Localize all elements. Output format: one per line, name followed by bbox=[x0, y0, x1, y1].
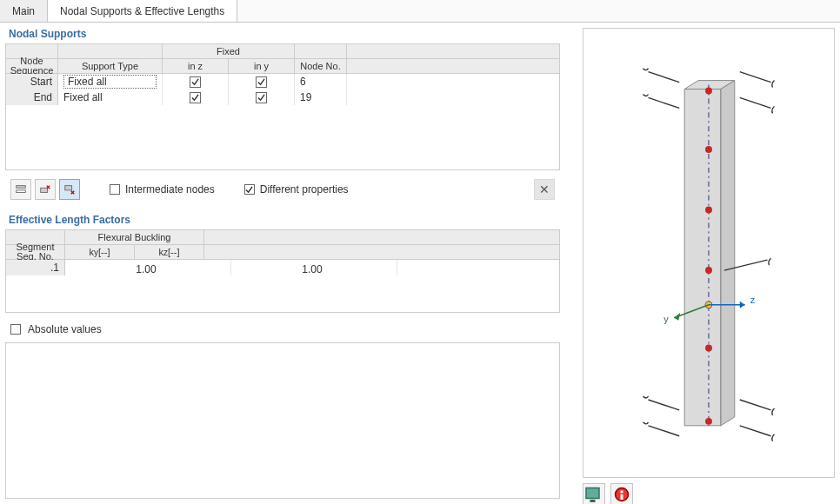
cell-node-no[interactable]: 19 bbox=[295, 90, 347, 105]
model-viewer[interactable]: z y bbox=[583, 28, 835, 478]
svg-rect-5 bbox=[65, 186, 72, 190]
col-spacer bbox=[347, 44, 559, 58]
intermediate-nodes-label: Intermediate nodes bbox=[125, 183, 215, 196]
viewer-toolbar bbox=[583, 478, 835, 504]
cell-in-y[interactable] bbox=[229, 74, 295, 90]
col-spacer3 bbox=[204, 230, 559, 244]
delete-row-up-button[interactable] bbox=[35, 179, 56, 200]
close-icon: ✕ bbox=[539, 182, 550, 196]
svg-point-12 bbox=[705, 88, 712, 95]
close-button[interactable]: ✕ bbox=[534, 179, 555, 200]
axis-y-label: y bbox=[663, 314, 669, 324]
svg-marker-20 bbox=[740, 302, 745, 308]
svg-point-15 bbox=[705, 267, 712, 274]
cell-in-z[interactable] bbox=[163, 74, 229, 90]
table-row[interactable]: .1 1.00 1.00 bbox=[6, 260, 559, 275]
absolute-values-option[interactable]: Absolute values bbox=[0, 318, 565, 342]
section-title-nodal-supports: Nodal Supports bbox=[0, 23, 565, 43]
row-seg: .1 bbox=[6, 260, 65, 275]
row-seq: Start bbox=[6, 74, 58, 90]
effective-lengths-grid: Flexural Buckling Segment Seq. No. ky [-… bbox=[5, 229, 560, 313]
table-row[interactable]: Start Fixed all 6 bbox=[6, 74, 559, 90]
svg-rect-1 bbox=[17, 190, 26, 193]
svg-rect-0 bbox=[17, 186, 26, 189]
svg-rect-27 bbox=[621, 494, 623, 500]
col-spacer2 bbox=[347, 59, 559, 73]
col-node-no: Node No. bbox=[295, 59, 347, 73]
cell-in-z[interactable] bbox=[163, 90, 229, 105]
svg-rect-23 bbox=[586, 488, 599, 499]
col-segment: Segment Seq. No. bbox=[6, 245, 65, 259]
insert-row-button[interactable] bbox=[10, 179, 31, 200]
svg-rect-2 bbox=[41, 188, 48, 192]
delete-row-down-button[interactable] bbox=[59, 179, 80, 200]
col-in-z: in z bbox=[163, 59, 229, 73]
col-in-y: in y bbox=[229, 59, 295, 73]
svg-marker-9 bbox=[684, 90, 721, 426]
absolute-values-label: Absolute values bbox=[28, 323, 102, 335]
svg-point-16 bbox=[705, 344, 712, 351]
cell-kz[interactable]: 1.00 bbox=[231, 260, 397, 275]
col-fixed-group: Fixed bbox=[163, 44, 295, 58]
col-support-type: Support Type bbox=[58, 59, 163, 73]
col-node-sequence: Node Sequence bbox=[6, 59, 58, 73]
svg-marker-10 bbox=[721, 81, 735, 426]
intermediate-nodes-option[interactable]: Intermediate nodes bbox=[110, 183, 215, 196]
tab-nodal-supports[interactable]: Nodal Supports & Effective Lengths bbox=[48, 0, 237, 22]
col-node-no-top bbox=[295, 44, 347, 58]
svg-point-13 bbox=[705, 146, 712, 153]
svg-point-17 bbox=[705, 418, 712, 425]
svg-point-14 bbox=[705, 207, 712, 214]
nodal-supports-toolbar: Intermediate nodes Different properties … bbox=[5, 176, 560, 203]
tab-bar: Main Nodal Supports & Effective Lengths bbox=[0, 0, 840, 23]
nodal-supports-grid: Fixed Node Sequence Support Type in z in… bbox=[5, 43, 560, 170]
col-ky: ky [--] bbox=[65, 245, 135, 259]
tab-main[interactable]: Main bbox=[0, 0, 48, 22]
viewer-display-button[interactable] bbox=[583, 483, 605, 504]
cell-support-type[interactable]: Fixed all bbox=[58, 74, 163, 90]
row-seq: End bbox=[6, 90, 58, 105]
svg-marker-22 bbox=[674, 313, 680, 321]
different-properties-label: Different properties bbox=[260, 183, 349, 196]
viewer-info-button[interactable] bbox=[610, 483, 633, 504]
col-support-type-top bbox=[58, 44, 163, 58]
section-title-effective-lengths: Effective Length Factors bbox=[0, 209, 565, 229]
cell-in-y[interactable] bbox=[229, 90, 295, 105]
svg-rect-26 bbox=[621, 491, 623, 494]
cell-node-no[interactable]: 6 bbox=[295, 74, 347, 90]
col-spacer4 bbox=[204, 245, 559, 259]
cell-support-type[interactable]: Fixed all bbox=[58, 90, 163, 105]
axis-z-label: z bbox=[750, 295, 756, 305]
col-flexural-group: Flexural Buckling bbox=[65, 230, 204, 244]
different-properties-option[interactable]: Different properties bbox=[244, 183, 349, 196]
table-row[interactable]: End Fixed all 19 bbox=[6, 90, 559, 105]
bottom-panel bbox=[5, 342, 560, 499]
svg-rect-24 bbox=[590, 500, 596, 502]
col-kz: kz [--] bbox=[135, 245, 204, 259]
cell-ky[interactable]: 1.00 bbox=[65, 260, 231, 275]
